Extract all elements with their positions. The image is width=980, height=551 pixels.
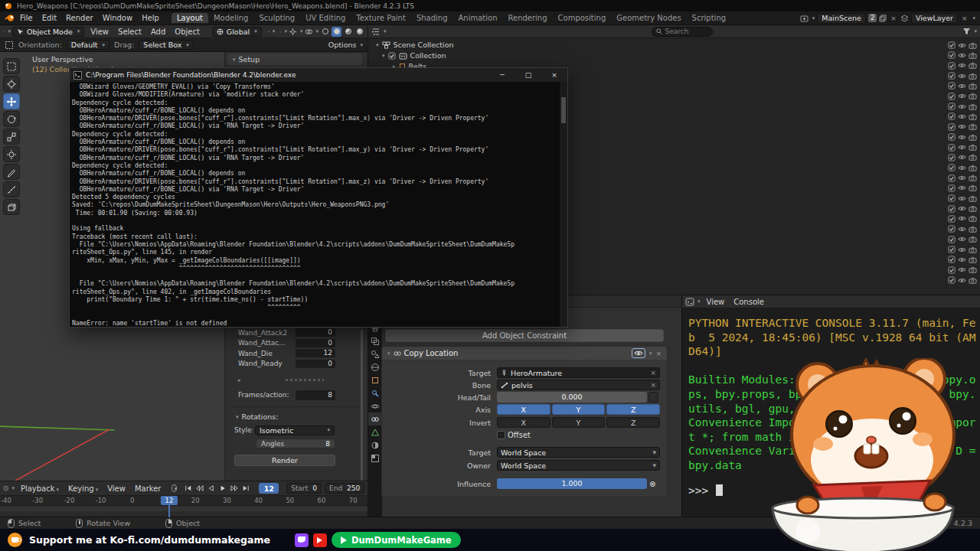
- checkbox-icon[interactable]: [948, 72, 956, 80]
- checkbox-icon[interactable]: [948, 174, 956, 182]
- properties-tab-physics[interactable]: [368, 399, 382, 412]
- checkbox-icon[interactable]: [948, 82, 956, 90]
- editor-type-timeline-icon[interactable]: [3, 484, 8, 493]
- auto-keyframe-toggle[interactable]: [172, 484, 177, 492]
- hide-eye-icon[interactable]: [958, 184, 966, 191]
- snap-magnet-icon[interactable]: [268, 28, 270, 36]
- transform-tool-button[interactable]: [3, 146, 20, 162]
- axis-toggle-z[interactable]: Z: [606, 404, 660, 415]
- axis-toggle-x[interactable]: X: [497, 404, 550, 415]
- chevron-down-icon[interactable]: ▾: [11, 485, 15, 491]
- cmd-titlebar[interactable]: C:\Program Files\Blender Foundation\Blen…: [70, 68, 567, 82]
- properties-tab-object-data[interactable]: [368, 425, 382, 439]
- action-frame-field[interactable]: 0: [296, 328, 335, 337]
- collapsed-subpanel[interactable]: ▸: [225, 375, 368, 385]
- action-frame-field[interactable]: 0: [296, 360, 335, 368]
- orientation-dropdown[interactable]: Default▾: [67, 40, 109, 50]
- menu-window[interactable]: Window: [98, 14, 137, 22]
- shading-solid-button[interactable]: [332, 27, 341, 37]
- clear-target-icon[interactable]: ×: [650, 369, 656, 377]
- disable-render-camera-icon[interactable]: [969, 42, 977, 49]
- space-owner-dropdown[interactable]: World Space ▾: [497, 460, 660, 471]
- checkbox-icon[interactable]: [948, 154, 956, 161]
- channel-button[interactable]: DumDumMakeGame: [332, 532, 461, 548]
- head-tail-slider[interactable]: 0.000: [497, 392, 647, 403]
- hide-eye-icon[interactable]: [958, 123, 966, 130]
- invert-toggle-y[interactable]: Y: [552, 417, 606, 428]
- remove-view-layer-icon[interactable]: ×: [960, 15, 969, 22]
- checkbox-icon[interactable]: [948, 93, 956, 100]
- minimize-button[interactable]: ─: [489, 68, 515, 82]
- hide-eye-icon[interactable]: [958, 93, 966, 99]
- menu-help[interactable]: Help: [137, 14, 164, 22]
- add-constraint-button[interactable]: Add Object Constraint: [385, 329, 664, 342]
- active-tool-icon[interactable]: [5, 41, 14, 50]
- cmd-window[interactable]: C:\Program Files\Blender Foundation\Blen…: [69, 67, 568, 328]
- menu-edit[interactable]: Edit: [38, 14, 61, 22]
- outliner-search-field[interactable]: Search: [652, 27, 713, 37]
- properties-tab-constraints[interactable]: [368, 412, 382, 425]
- checkbox-icon[interactable]: [948, 205, 956, 213]
- extras-chevron-icon[interactable]: ▾: [649, 350, 652, 357]
- workspace-tab-sculpting[interactable]: Sculpting: [253, 13, 300, 23]
- cursor-tool-button[interactable]: [3, 76, 20, 92]
- menu-file[interactable]: File: [15, 14, 38, 22]
- hide-eye-icon[interactable]: [958, 236, 966, 243]
- timeline-menu-view[interactable]: View: [103, 484, 130, 493]
- axis-toggle-y[interactable]: Y: [552, 404, 606, 415]
- workspace-tab-uv-editing[interactable]: UV Editing: [300, 13, 351, 23]
- disable-render-camera-icon[interactable]: [969, 236, 977, 243]
- select-box-tool-button[interactable]: [3, 58, 20, 74]
- disclosure-triangle-icon[interactable]: ▾: [376, 42, 379, 48]
- disable-render-camera-icon[interactable]: [969, 123, 977, 130]
- viewport-menu-object[interactable]: Object: [170, 28, 204, 36]
- menu-render[interactable]: Render: [61, 14, 98, 22]
- checkbox-icon[interactable]: [948, 103, 956, 110]
- disable-render-camera-icon[interactable]: [969, 165, 977, 171]
- console-body[interactable]: PYTHON INTERACTIVE CONSOLE 3.11.7 (main,…: [682, 308, 980, 517]
- checkbox-icon[interactable]: [948, 112, 956, 120]
- checkbox-icon[interactable]: [948, 246, 956, 253]
- bbone-toggle-button[interactable]: [648, 392, 658, 403]
- angles-field[interactable]: Angles 8: [256, 439, 335, 448]
- frame-start-field[interactable]: Start 0: [286, 483, 322, 494]
- scene-name-field[interactable]: MainScene: [817, 13, 866, 24]
- window-titlebar[interactable]: Hero_Weapons [C:\repos\DumDumMakeSpriteS…: [0, 0, 980, 11]
- twitch-icon[interactable]: [295, 533, 309, 547]
- constraint-name[interactable]: Copy Location: [404, 349, 459, 357]
- console-menu-console[interactable]: Console: [729, 298, 769, 306]
- properties-tab-modifiers[interactable]: [368, 386, 382, 399]
- shading-wireframe-button[interactable]: [320, 27, 330, 37]
- checkbox-icon[interactable]: [948, 194, 956, 202]
- offset-checkbox[interactable]: [497, 431, 505, 439]
- timeline-menu-keying[interactable]: Keying▾: [64, 484, 103, 493]
- action-frame-field[interactable]: 0: [296, 339, 335, 347]
- properties-tab-world[interactable]: [368, 360, 382, 373]
- checkbox-icon[interactable]: [948, 266, 956, 274]
- hide-eye-icon[interactable]: [958, 215, 966, 222]
- options-dropdown[interactable]: Options▾: [328, 41, 363, 49]
- chevron-down-icon[interactable]: ▾: [697, 298, 701, 305]
- workspace-tab-geometry-nodes[interactable]: Geometry Nodes: [611, 13, 686, 23]
- scale-tool-button[interactable]: [3, 129, 20, 145]
- chevron-down-icon[interactable]: ▾: [284, 28, 287, 34]
- checkbox-icon[interactable]: [948, 62, 956, 70]
- viewport-menu-view[interactable]: View: [86, 28, 113, 36]
- render-button[interactable]: Render: [234, 455, 335, 466]
- disable-render-camera-icon[interactable]: [969, 266, 977, 273]
- proportional-edit-icon[interactable]: [279, 28, 281, 36]
- workspace-tab-scripting[interactable]: Scripting: [687, 13, 731, 23]
- disable-render-camera-icon[interactable]: [969, 174, 977, 181]
- outliner-item-collection[interactable]: ▾ Collection: [381, 51, 446, 60]
- rotate-tool-button[interactable]: [3, 111, 20, 127]
- disable-render-camera-icon[interactable]: [969, 144, 977, 151]
- hide-eye-icon[interactable]: [958, 144, 966, 151]
- clear-bone-icon[interactable]: ×: [650, 381, 656, 389]
- maximize-button[interactable]: □: [515, 68, 541, 82]
- hide-eye-icon[interactable]: [958, 277, 966, 284]
- hide-eye-icon[interactable]: [958, 154, 966, 161]
- sidebar-scrollbar[interactable]: [361, 329, 363, 481]
- shading-rendered-button[interactable]: [354, 27, 364, 37]
- space-target-dropdown[interactable]: World Space ▾: [497, 447, 660, 458]
- drag-dropdown[interactable]: Select Box▾: [139, 40, 194, 50]
